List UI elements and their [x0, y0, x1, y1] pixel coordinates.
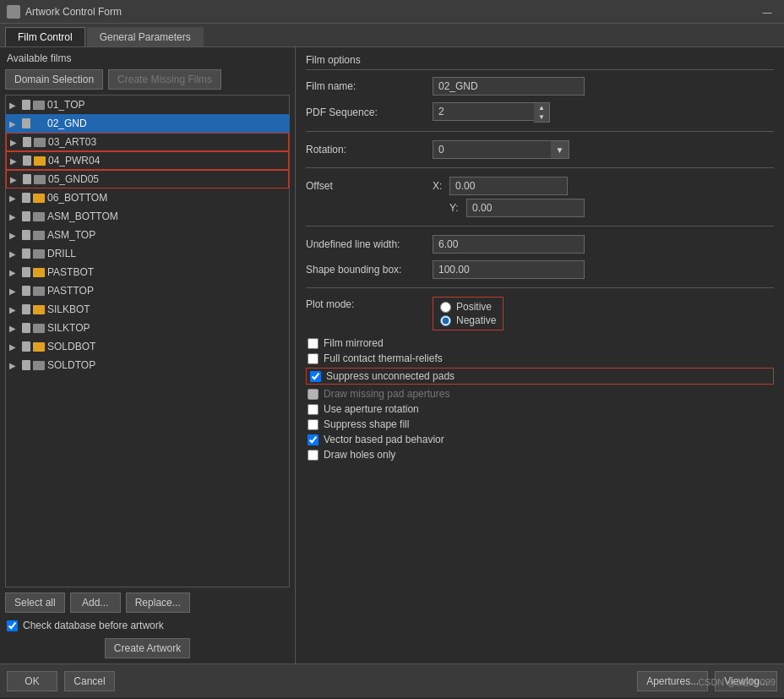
plot-mode-positive-radio[interactable]: [440, 302, 451, 313]
checkbox-label-vector_based[interactable]: Vector based pad behavior: [324, 434, 444, 445]
tree-item-soldbot[interactable]: ▶SOLDBOT: [6, 337, 289, 356]
checkbox-label-full_contact[interactable]: Full contact thermal-reliefs: [324, 352, 443, 364]
tab-film-control[interactable]: Film Control: [5, 27, 85, 46]
right-panel: Film options Film name: PDF Sequence: ▲ …: [296, 47, 784, 664]
rotation-label: Rotation:: [306, 144, 433, 156]
doc-icon-pasttop: [22, 286, 30, 296]
file-tree: ▶01_TOP▶02_GND▶03_ART03▶04_PWR04▶05_GND0…: [5, 95, 290, 587]
tree-label-06_bottom: 06_BOTTOM: [47, 192, 107, 204]
checkbox-suppress_unconnected[interactable]: [310, 371, 321, 382]
offset-x-label: X:: [433, 180, 449, 192]
doc-icon-06_bottom: [22, 193, 30, 203]
tree-arrow-05_gnd05: ▶: [10, 175, 20, 184]
cancel-button[interactable]: Cancel: [64, 671, 115, 691]
check-db-checkbox[interactable]: [7, 620, 18, 631]
checkbox-vector_based[interactable]: [308, 434, 318, 445]
checkbox-suppress_shape[interactable]: [308, 419, 318, 430]
checkbox-use_aperture[interactable]: [308, 404, 318, 415]
replace-button[interactable]: Replace...: [126, 593, 190, 613]
checkbox-label-suppress_shape[interactable]: Suppress shape fill: [324, 418, 409, 430]
rotation-input[interactable]: [433, 140, 551, 159]
tree-item-pasttop[interactable]: ▶PASTTOP: [6, 281, 289, 300]
available-films-header: Available films: [5, 52, 290, 64]
tree-item-silkbot[interactable]: ▶SILKBOT: [6, 300, 289, 319]
checkbox-label-use_aperture[interactable]: Use aperture rotation: [324, 403, 419, 415]
pdf-sequence-down[interactable]: ▼: [534, 112, 549, 122]
checkbox-label-draw_holes[interactable]: Draw holes only: [324, 449, 395, 461]
checkbox-film_mirrored[interactable]: [308, 338, 318, 349]
checkbox-label-suppress_unconnected[interactable]: Suppress unconnected pads: [326, 370, 455, 382]
tree-item-asm_bottom[interactable]: ▶ASM_BOTTOM: [6, 207, 289, 226]
doc-icon-silkbot: [22, 304, 30, 314]
tree-arrow-silkbot: ▶: [9, 305, 19, 314]
tree-arrow-02_gnd: ▶: [9, 119, 19, 128]
checkbox-draw_missing[interactable]: [308, 389, 318, 400]
checkbox-label-film_mirrored[interactable]: Film mirrored: [324, 337, 384, 349]
rotation-control: ▼: [433, 140, 569, 159]
folder-icon-drill: [33, 249, 45, 259]
tree-label-pasttop: PASTTOP: [47, 285, 94, 297]
film-options-title: Film options: [306, 54, 774, 70]
tree-label-soldbot: SOLDBOT: [47, 341, 95, 352]
tree-item-soldtop[interactable]: ▶SOLDTOP: [6, 356, 289, 374]
tree-item-04_pwr04[interactable]: ▶04_PWR04: [6, 151, 289, 170]
film-name-input[interactable]: [433, 77, 585, 96]
pdf-sequence-up[interactable]: ▲: [534, 103, 549, 112]
tree-item-silktop[interactable]: ▶SILKTOP: [6, 319, 289, 337]
select-all-button[interactable]: Select all: [5, 593, 65, 613]
create-missing-films-button[interactable]: Create Missing Films: [108, 69, 221, 90]
bottom-btn-row: Select all Add... Replace...: [5, 593, 290, 613]
tree-label-04_pwr04: 04_PWR04: [48, 155, 100, 167]
tree-item-02_gnd[interactable]: ▶02_GND: [6, 114, 289, 133]
tree-item-asm_top[interactable]: ▶ASM_TOP: [6, 226, 289, 244]
app-icon: [7, 5, 20, 19]
checkbox-full_contact[interactable]: [308, 353, 318, 364]
add-button[interactable]: Add...: [70, 593, 121, 613]
folder-icon-soldbot: [33, 342, 45, 352]
tree-item-01_top[interactable]: ▶01_TOP: [6, 96, 289, 114]
checkbox-label-draw_missing[interactable]: Draw missing pad apertures: [324, 388, 449, 400]
tabs-bar: Film Control General Parameters: [0, 24, 784, 47]
shape-bounding-box-input[interactable]: [433, 260, 585, 279]
ok-button[interactable]: OK: [7, 671, 57, 691]
folder-icon-asm_top: [33, 231, 45, 240]
create-artwork-button[interactable]: Create Artwork: [105, 638, 190, 658]
domain-selection-button[interactable]: Domain Selection: [5, 69, 103, 90]
undefined-line-width-label: Undefined line width:: [306, 238, 433, 250]
rotation-dropdown-button[interactable]: ▼: [551, 140, 569, 159]
tree-arrow-asm_top: ▶: [9, 231, 19, 240]
doc-icon-05_gnd05: [23, 174, 31, 184]
tree-item-03_art03[interactable]: ▶03_ART03: [6, 133, 289, 151]
offset-section: Offset X: Y:: [306, 177, 774, 217]
tree-item-05_gnd05[interactable]: ▶05_GND05: [6, 170, 289, 188]
tree-item-pastbot[interactable]: ▶PASTBOT: [6, 263, 289, 281]
chk-row-draw_missing: Draw missing pad apertures: [306, 388, 774, 400]
offset-x-input[interactable]: [449, 177, 568, 195]
tree-arrow-04_pwr04: ▶: [10, 156, 20, 166]
doc-icon-01_top: [22, 100, 30, 110]
window-title: Artwork Control Form: [25, 6, 757, 18]
film-name-label: Film name:: [306, 80, 433, 92]
tree-item-drill[interactable]: ▶DRILL: [6, 244, 289, 263]
plot-mode-positive-label[interactable]: Positive: [456, 301, 492, 313]
tree-arrow-01_top: ▶: [9, 101, 19, 110]
tree-label-asm_top: ASM_TOP: [47, 229, 95, 241]
undefined-line-width-input[interactable]: [433, 235, 585, 254]
offset-y-label: Y:: [449, 202, 466, 214]
minimize-button[interactable]: —: [757, 5, 777, 19]
top-buttons: Domain Selection Create Missing Films: [5, 69, 290, 90]
rotation-row: Rotation: ▼: [306, 140, 774, 159]
tree-arrow-drill: ▶: [9, 249, 19, 259]
tree-arrow-03_art03: ▶: [10, 138, 20, 147]
offset-x-row: Offset X:: [306, 177, 774, 195]
offset-y-input[interactable]: [466, 199, 585, 217]
plot-mode-negative-radio[interactable]: [440, 315, 451, 326]
pdf-sequence-input[interactable]: [433, 102, 534, 121]
check-db-label[interactable]: Check database before artwork: [23, 620, 164, 631]
chk-row-full_contact: Full contact thermal-reliefs: [306, 352, 774, 364]
tab-general-parameters[interactable]: General Parameters: [87, 27, 204, 46]
plot-mode-negative-label[interactable]: Negative: [456, 314, 496, 326]
tree-item-06_bottom[interactable]: ▶06_BOTTOM: [6, 188, 289, 207]
checkbox-draw_holes[interactable]: [308, 450, 318, 461]
tree-label-drill: DRILL: [47, 248, 76, 259]
